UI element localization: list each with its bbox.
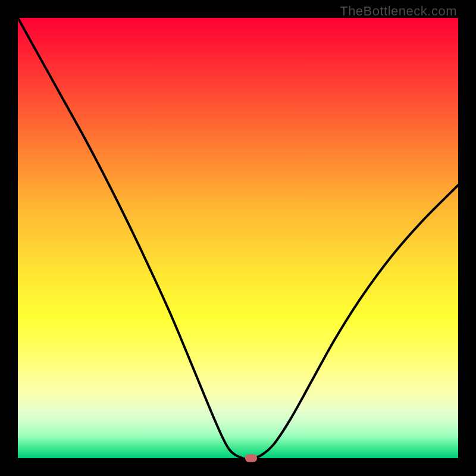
curve-path [18, 18, 458, 458]
optimal-marker [245, 455, 257, 462]
bottleneck-curve [18, 18, 458, 458]
chart-container: TheBottleneck.com [0, 0, 476, 476]
watermark-text: TheBottleneck.com [340, 4, 457, 19]
plot-area [18, 18, 458, 458]
